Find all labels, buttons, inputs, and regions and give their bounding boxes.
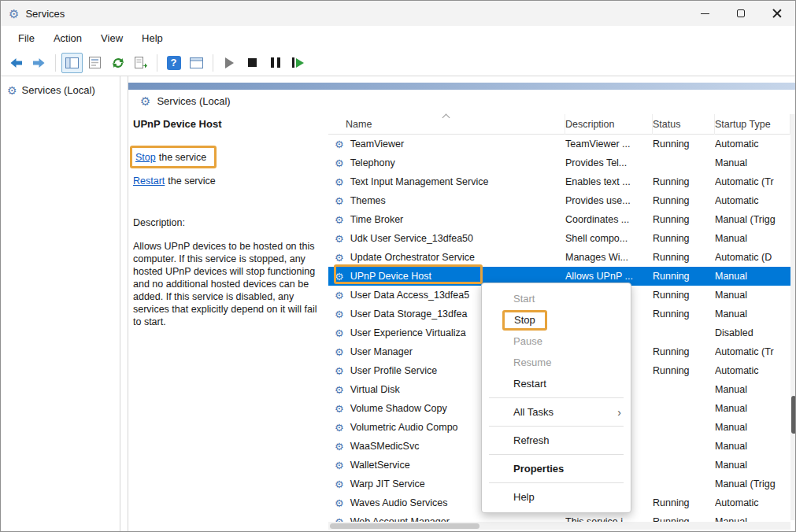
context-menu-item-refresh[interactable]: Refresh [482, 430, 631, 451]
menu-item-label: Pause [513, 335, 542, 347]
table-row[interactable]: ⚙Time Broker Coordinates ... Running Man… [328, 210, 790, 229]
window-pane-icon [190, 57, 203, 68]
context-menu-item-properties[interactable]: Properties [482, 458, 631, 479]
menu-item-label: Stop [502, 310, 547, 331]
service-startup-cell: Automatic (Tr [715, 346, 790, 357]
column-header-status[interactable]: Status [653, 114, 715, 135]
stop-service-link[interactable]: Stop [135, 152, 156, 163]
properties-button[interactable] [84, 53, 106, 73]
service-description-cell: Enables text ... [565, 176, 653, 187]
forward-button[interactable] [28, 53, 50, 73]
table-row[interactable]: ⚙Update Orchestrator Service Manages Wi.… [328, 248, 790, 267]
tree-item-label: Services (Local) [22, 84, 95, 96]
refresh-button[interactable] [107, 53, 128, 73]
service-startup-cell: Manual [715, 460, 790, 471]
console-tree-icon [65, 57, 79, 68]
minimize-icon [701, 13, 709, 14]
pause-service-button[interactable] [265, 53, 286, 73]
service-description-cell: TeamViewer ... [565, 139, 653, 150]
menu-separator [489, 397, 624, 398]
column-header-startup-type[interactable]: Startup Type [715, 114, 790, 135]
services-window: ⚙ Services File Action View Help [0, 0, 796, 532]
column-header-description[interactable]: Description [565, 114, 653, 135]
table-row[interactable]: ⚙Udk User Service_13dfea50 Shell compo..… [328, 229, 790, 248]
description-label: Description: [133, 217, 322, 228]
start-service-button[interactable] [219, 53, 240, 73]
service-startup-cell: Manual [715, 384, 790, 395]
context-menu-item-help[interactable]: Help [482, 486, 631, 508]
menu-action[interactable]: Action [44, 29, 91, 47]
context-menu-item-all-tasks[interactable]: All Tasks› [482, 401, 631, 423]
maximize-button[interactable] [723, 1, 759, 26]
table-row[interactable]: ⚙Text Input Management Service Enables t… [328, 172, 790, 191]
context-menu: StartStopPauseResumeRestartAll Tasks›Ref… [481, 283, 631, 513]
menu-item-label: Refresh [513, 434, 550, 446]
service-startup-cell: Automatic [715, 365, 790, 376]
stop-service-button[interactable] [242, 53, 263, 73]
horizontal-scrollbar-thumb[interactable] [330, 523, 479, 529]
table-row[interactable]: ⚙Themes Provides use... Running Automati… [328, 191, 790, 210]
service-name-cell: ⚙Text Input Management Service [328, 176, 565, 187]
show-console-tree-button[interactable] [61, 53, 83, 73]
menu-help[interactable]: Help [132, 29, 172, 47]
stop-service-annotation-box: Stopthe service [130, 146, 217, 168]
service-gear-icon: ⚙ [335, 215, 344, 225]
export-list-button[interactable] [130, 53, 151, 73]
service-description-cell: Coordinates ... [565, 214, 653, 225]
service-gear-icon: ⚙ [335, 196, 344, 206]
forward-arrow-icon [32, 57, 46, 69]
service-gear-icon: ⚙ [335, 498, 344, 508]
tree-item-services-local[interactable]: ⚙ Services (Local) [1, 76, 120, 96]
service-name-cell: ⚙TeamViewer [328, 139, 565, 150]
vertical-scrollbar-thumb[interactable] [791, 396, 796, 434]
window-title: Services [25, 8, 65, 20]
toolbar-separator [213, 54, 213, 72]
service-gear-icon: ⚙ [335, 423, 344, 433]
service-startup-cell: Automatic [715, 139, 790, 150]
refresh-icon [112, 57, 124, 69]
back-arrow-icon [9, 57, 23, 69]
restart-service-button[interactable] [287, 53, 309, 73]
horizontal-scrollbar[interactable] [328, 522, 790, 530]
service-startup-cell: Manual [715, 308, 790, 320]
service-name-cell: ⚙Udk User Service_13dfea50 [328, 233, 565, 244]
service-startup-cell: Manual [715, 233, 790, 244]
close-button[interactable] [759, 1, 795, 26]
service-gear-icon: ⚙ [335, 347, 344, 357]
toolbar: ? [1, 50, 795, 76]
service-status-cell: Running [653, 176, 715, 187]
service-startup-cell: Automatic [715, 497, 790, 508]
service-startup-cell: Automatic [715, 195, 790, 206]
menu-file[interactable]: File [9, 29, 44, 47]
service-gear-icon: ⚙ [335, 272, 344, 282]
context-menu-item-pause[interactable]: Pause [482, 331, 631, 352]
minimize-button[interactable] [687, 1, 723, 26]
stop-service-icon [248, 58, 257, 67]
vertical-scrollbar[interactable] [790, 114, 796, 520]
help-topics-button[interactable] [186, 53, 207, 73]
back-button[interactable] [6, 53, 27, 73]
table-row[interactable]: ⚙TeamViewer TeamViewer ... Running Autom… [328, 135, 790, 153]
restart-service-link[interactable]: Restart [133, 175, 165, 187]
help-button[interactable]: ? [163, 53, 184, 73]
taskpad-header-strip [128, 83, 796, 90]
context-menu-item-resume[interactable]: Resume [482, 352, 631, 373]
service-startup-cell: Manual [715, 290, 790, 301]
service-status-cell: Running [653, 139, 715, 150]
context-menu-item-restart[interactable]: Restart [482, 373, 631, 394]
service-gear-icon: ⚙ [335, 309, 344, 320]
service-status-cell: Running [653, 252, 715, 263]
context-menu-item-stop[interactable]: Stop [482, 309, 631, 331]
properties-icon [89, 57, 101, 68]
menu-view[interactable]: View [91, 29, 132, 47]
extended-view-pane: UPnP Device Host Stopthe service Restart… [128, 110, 328, 531]
service-status-cell: Running [653, 346, 715, 357]
context-menu-item-start[interactable]: Start [482, 288, 631, 309]
start-service-icon [225, 57, 234, 68]
service-status-cell: Running [653, 195, 715, 206]
console-tree-panel: ⚙ Services (Local) [1, 76, 120, 531]
menu-item-label: All Tasks [513, 406, 553, 418]
submenu-arrow-icon: › [617, 406, 621, 419]
service-gear-icon: ⚙ [335, 385, 344, 395]
table-row[interactable]: ⚙Telephony Provides Tel... Manual [328, 153, 790, 172]
